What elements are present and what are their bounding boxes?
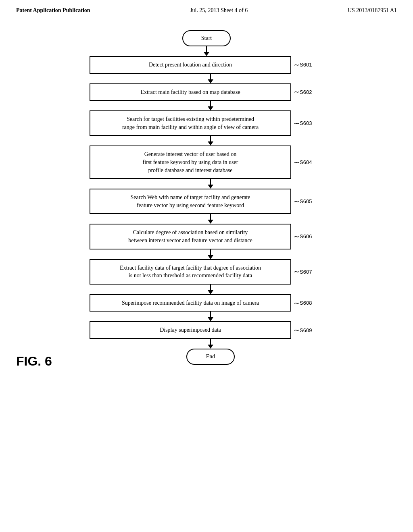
step-604-box: Generate interest vector of user based o…	[90, 145, 291, 179]
step-601-row: Detect present location and direction ∼ …	[90, 56, 332, 74]
step-605-box: Search Web with name of target facility …	[90, 189, 291, 214]
page-header: Patent Application Publication Jul. 25, …	[0, 0, 413, 18]
header-date-sheet: Jul. 25, 2013 Sheet 4 of 6	[190, 7, 248, 14]
step-603-label: ∼ S603	[294, 119, 312, 128]
step-606-label: ∼ S606	[294, 232, 312, 241]
step-607-box: Extract facility data of target facility…	[90, 259, 291, 285]
arrow-line	[210, 339, 211, 345]
step-603-row: Search for target facilities existing wi…	[90, 110, 332, 136]
figure-label: FIG. 6	[16, 354, 52, 369]
arrow-line	[210, 136, 211, 141]
step-602-row: Extract main facility based on map datab…	[90, 83, 332, 101]
arrowhead	[208, 255, 213, 259]
step-608-label: ∼ S608	[294, 299, 312, 308]
arrow-line	[210, 101, 211, 106]
step-608-box: Superimpose recommended facility data on…	[90, 294, 291, 312]
step-605-label: ∼ S605	[294, 197, 312, 206]
end-node: End	[186, 349, 235, 365]
step-602-label: ∼ S602	[294, 87, 312, 96]
arrowhead	[204, 52, 209, 56]
step-609-row: Display superimposed data ∼ S609	[90, 321, 332, 339]
step-609-label: ∼ S609	[294, 326, 312, 335]
step-604-label: ∼ S604	[294, 158, 312, 167]
arrowhead	[208, 345, 213, 349]
step-601-box: Detect present location and direction	[90, 56, 291, 74]
arrowhead	[208, 317, 213, 321]
arrow-line	[210, 249, 211, 255]
step-602-box: Extract main facility based on map datab…	[90, 83, 291, 101]
arrow-line	[210, 214, 211, 220]
header-publication-label: Patent Application Publication	[16, 7, 90, 14]
arrowhead	[208, 79, 213, 83]
start-node: Start	[182, 30, 231, 46]
step-606-box: Calculate degree of association based on…	[90, 224, 291, 249]
step-607-label: ∼ S607	[294, 267, 312, 276]
step-603-box: Search for target facilities existing wi…	[90, 110, 291, 136]
arrowhead	[208, 106, 213, 110]
arrow-line	[206, 46, 207, 52]
step-605-row: Search Web with name of target facility …	[90, 189, 332, 214]
arrowhead	[208, 141, 213, 145]
arrow-line	[210, 179, 211, 185]
step-606-row: Calculate degree of association based on…	[90, 224, 332, 249]
flowchart-diagram: Start Detect present location and direct…	[0, 18, 413, 377]
arrowhead	[208, 185, 213, 189]
arrow-line	[210, 285, 211, 290]
step-609-box: Display superimposed data	[90, 321, 291, 339]
arrow-line	[210, 312, 211, 317]
step-608-row: Superimpose recommended facility data on…	[90, 294, 332, 312]
step-604-row: Generate interest vector of user based o…	[90, 145, 332, 179]
arrow-line	[210, 74, 211, 79]
header-patent-number: US 2013/0187951 A1	[348, 7, 397, 14]
step-607-row: Extract facility data of target facility…	[90, 259, 332, 285]
arrowhead	[208, 220, 213, 224]
arrowhead	[208, 290, 213, 294]
step-601-label: ∼ S601	[294, 60, 312, 69]
